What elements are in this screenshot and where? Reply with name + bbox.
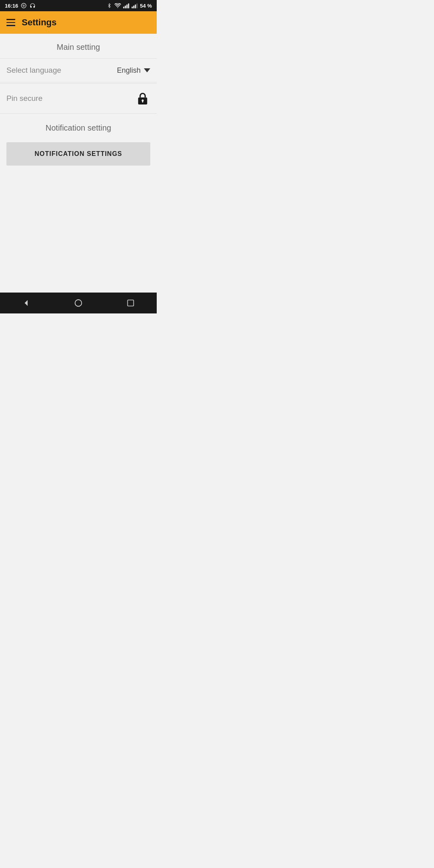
status-time: 16:16 bbox=[5, 3, 18, 9]
lock-icon bbox=[137, 92, 149, 105]
language-value-container[interactable]: English bbox=[117, 66, 150, 75]
status-bar: 16:16 bbox=[0, 0, 157, 11]
battery-text: 54 % bbox=[140, 3, 152, 9]
back-button[interactable] bbox=[14, 295, 38, 311]
hamburger-menu[interactable] bbox=[6, 19, 15, 26]
svg-rect-15 bbox=[128, 300, 134, 306]
hamburger-line-3 bbox=[6, 25, 15, 26]
notification-section-header: Notification setting bbox=[0, 115, 157, 139]
svg-rect-4 bbox=[127, 4, 128, 8]
svg-point-14 bbox=[75, 300, 82, 307]
app-bar-title: Settings bbox=[22, 17, 57, 28]
headphone-icon bbox=[29, 2, 36, 9]
chevron-down-icon bbox=[144, 68, 150, 72]
lock-icon-container bbox=[135, 91, 150, 106]
svg-rect-12 bbox=[142, 100, 143, 102]
language-setting-row[interactable]: Select language English bbox=[0, 58, 157, 82]
signal-icon bbox=[123, 2, 129, 9]
svg-marker-13 bbox=[25, 300, 27, 306]
spotify-icon bbox=[20, 2, 27, 9]
svg-rect-9 bbox=[137, 4, 138, 8]
pin-secure-row[interactable]: Pin secure bbox=[0, 83, 157, 114]
svg-rect-8 bbox=[135, 4, 136, 8]
svg-rect-2 bbox=[123, 7, 125, 8]
recent-apps-button[interactable] bbox=[119, 295, 143, 311]
svg-rect-7 bbox=[133, 6, 135, 8]
svg-point-1 bbox=[117, 7, 118, 8]
pin-secure-label: Pin secure bbox=[6, 94, 43, 103]
bottom-nav bbox=[0, 293, 157, 313]
hamburger-line-1 bbox=[6, 19, 15, 20]
notification-settings-button[interactable]: NOTIFICATION SETTINGS bbox=[6, 142, 150, 166]
svg-rect-6 bbox=[132, 7, 133, 8]
status-right: 54 % bbox=[106, 2, 152, 9]
main-section-header: Main setting bbox=[0, 34, 157, 58]
app-bar: Settings bbox=[0, 11, 157, 34]
hamburger-line-2 bbox=[6, 22, 15, 23]
status-left: 16:16 bbox=[5, 2, 36, 9]
wifi-icon bbox=[115, 2, 121, 9]
svg-rect-3 bbox=[125, 6, 126, 8]
home-button[interactable] bbox=[66, 295, 90, 311]
language-label: Select language bbox=[6, 66, 61, 75]
signal2-icon bbox=[131, 2, 138, 9]
language-value: English bbox=[117, 66, 141, 75]
notification-btn-container: NOTIFICATION SETTINGS bbox=[0, 139, 157, 169]
bluetooth-icon bbox=[106, 2, 113, 9]
content-area: Main setting Select language English Pin… bbox=[0, 34, 157, 169]
svg-rect-5 bbox=[128, 4, 129, 8]
